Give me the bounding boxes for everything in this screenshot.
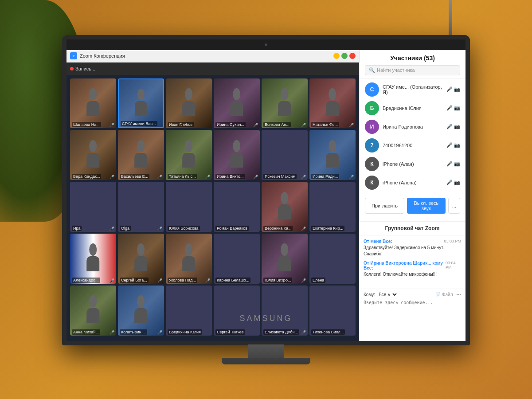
chat-time: 03:03 PM (444, 239, 461, 244)
close-button[interactable] (349, 53, 356, 59)
video-silhouette (275, 192, 294, 222)
video-cell-label: Сергей Бога... (120, 278, 149, 283)
participant-name: Бредихина Юлия (383, 106, 443, 111)
video-cell-label: Бредихина Юлия (168, 329, 202, 335)
participant-item[interactable]: ББредихина Юлия🎤📷 (360, 99, 466, 117)
video-cell: Волкова Ан...🎤 (262, 78, 308, 129)
zoom-window: Z Zoom Конференция Запись... (66, 50, 359, 341)
video-silhouette (227, 88, 246, 118)
zoom-toolbar: Запись... (66, 63, 359, 75)
zoom-window-title: Zoom Конференция (80, 53, 333, 59)
video-cell: Ира🎤 (70, 182, 116, 232)
chat-input-area: Кому: Все ∨ 📄 Файл ••• (359, 289, 466, 315)
video-cell-label: Юлия Борисова (168, 226, 200, 231)
video-cell: Колотырин ...🎤 (118, 286, 164, 336)
participant-status-icons: 🎤📷 (446, 161, 460, 167)
video-cell-label: Ирина Сухан... (215, 122, 246, 127)
video-cell: Юлия Вихро...🎤 (262, 234, 308, 284)
mute-icon: 🎤 (110, 227, 114, 231)
video-cell-label: Елена (311, 278, 325, 283)
video-cell: Ирина Роди...🎤 (309, 130, 356, 180)
monitor-stand-neck (248, 344, 284, 358)
chat-more-icon[interactable]: ••• (456, 292, 461, 297)
video-silhouette (132, 295, 150, 325)
participant-avatar: К (365, 176, 379, 190)
mute-icon: 🎤 (205, 175, 210, 179)
participant-name: iPhone (Алена) (383, 180, 443, 185)
chat-to-select[interactable]: Все ∨ (377, 292, 398, 297)
mute-icon: 🎤 (110, 175, 114, 179)
monitor-stand-base (222, 358, 310, 364)
mute-icon: 🎤 (349, 175, 354, 179)
participant-avatar: С (365, 82, 379, 97)
participant-item[interactable]: ССГАУ име... (Организатор, Я)🎤📷 (360, 80, 466, 99)
video-cell-label: Тихонова Виол... (311, 329, 345, 335)
video-silhouette (275, 88, 294, 118)
monitor-brand: SAMSUNG (239, 314, 292, 323)
muted-mic-icon: 🎤 (446, 161, 453, 167)
video-cell-label: Карина Белашо... (215, 278, 250, 283)
chat-file-icon[interactable]: 📄 Файл (435, 292, 453, 297)
video-silhouette (180, 88, 198, 118)
video-cell: Васильева Е...🎤 (118, 130, 164, 180)
window-controls[interactable] (333, 53, 356, 59)
participant-item[interactable]: 774001961200🎤📷 (360, 136, 466, 155)
participant-item[interactable]: КiPhone (Алан)🎤📷 (360, 155, 466, 173)
video-cell: Шалаева На...🎤 (70, 78, 116, 129)
search-placeholder: Найти участника (377, 67, 415, 73)
video-cell-label: Уколова Над... (168, 278, 197, 283)
video-cell-label: Иван Глебов (168, 122, 194, 127)
participant-item[interactable]: ИИрина Родионова🎤📷 (360, 117, 466, 136)
chat-title: Групповой чат Zoom (385, 225, 440, 231)
video-cell: Екатерина Кир... (309, 182, 356, 232)
more-options-button[interactable]: ... (448, 198, 460, 214)
participant-item[interactable]: КiPhone (Алена)🎤📷 (360, 173, 466, 192)
chat-input[interactable] (364, 299, 461, 311)
video-cell: Тихонова Виол... (309, 286, 356, 336)
chat-to-label: Кому: (364, 292, 375, 297)
video-cell-label: Наталья Фе... (311, 122, 339, 127)
video-cell: Наталья Фе...🎤 (309, 78, 356, 129)
search-box[interactable]: 🔍 Найти участника (365, 65, 460, 75)
video-cell: Анна Михай...🎤 (70, 286, 116, 336)
active-cam-icon: 📷 (454, 124, 460, 129)
mute-icon: 🎤 (110, 330, 114, 335)
video-cell: Елизавета Дуби...🎤 (262, 286, 308, 336)
muted-cam-icon: 📷 (454, 105, 460, 111)
chat-message-header: От меня Все:03:03 PM (364, 239, 461, 244)
muted-mic-icon: 🎤 (446, 105, 453, 111)
video-cell-label: Ира (72, 226, 82, 231)
video-cell: Ирина Сухан...🎤 (214, 78, 260, 129)
minimize-button[interactable] (333, 53, 340, 59)
participant-name: СГАУ име... (Организатор, Я) (383, 84, 443, 95)
invite-button[interactable]: Пригласить (365, 198, 404, 214)
video-silhouette (84, 295, 102, 325)
recording-text: Запись... (75, 66, 95, 71)
participant-name: 74001961200 (383, 143, 443, 148)
video-cell-label: Яскевич Максим (263, 174, 297, 179)
maximize-button[interactable] (341, 53, 348, 59)
mute-icon: 🎤 (157, 278, 162, 283)
mute-icon: 🎤 (301, 175, 306, 179)
mute-icon: 🎤 (301, 227, 306, 231)
organizer-cam-icon: 📷 (454, 86, 460, 92)
video-cell: Иван Глебов (166, 78, 212, 129)
mute-all-button[interactable]: Выкл. весь звук (407, 198, 446, 214)
participant-name: Ирина Родионова (383, 124, 443, 129)
sidebar-header: Участники (53) 🔍 Найти участника (360, 50, 466, 78)
mute-icon: 🎤 (157, 227, 162, 231)
video-cell-label: Юлия Вихро... (263, 278, 292, 283)
samsung-monitor: Z Zoom Конференция Запись... (62, 35, 470, 345)
video-cell-label: Вероника Ка... (263, 226, 293, 231)
video-silhouette (180, 243, 198, 274)
participant-status-icons: 🎤📷 (446, 86, 460, 92)
zoom-app-icon: Z (70, 52, 77, 59)
video-silhouette (323, 140, 342, 170)
video-cell-label: Роман Варнаков (215, 226, 249, 231)
video-silhouette (132, 140, 150, 170)
video-cell: Карина Белашо... (214, 234, 260, 284)
mute-icon: 🎤 (157, 330, 162, 335)
mute-icon: 🎤 (301, 330, 306, 335)
video-cell: Вера Кондак...🎤 (70, 130, 116, 180)
muted-cam-icon: 📷 (454, 180, 460, 185)
